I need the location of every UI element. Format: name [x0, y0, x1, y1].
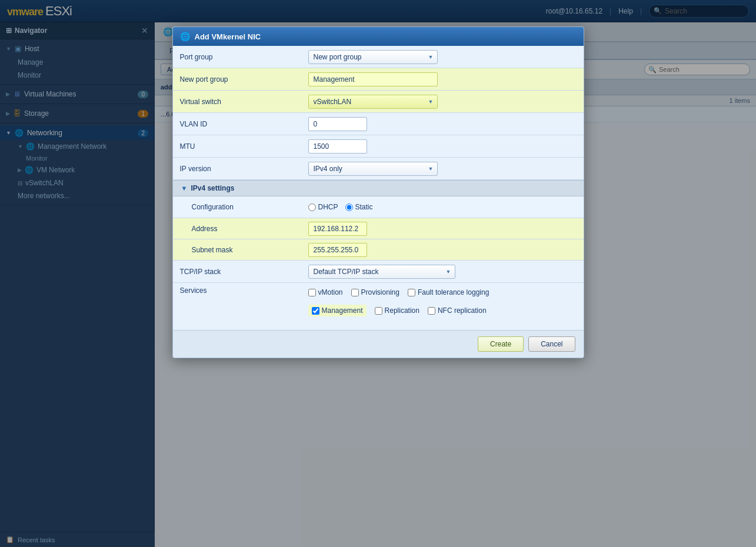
dialog-footer: Create Cancel — [173, 330, 584, 358]
nfc-replication-checkbox[interactable] — [428, 307, 435, 315]
vlan-id-row: VLAN ID — [173, 113, 584, 135]
ip-version-select[interactable]: IPv4 only IPv6 only IPv4 and IPv6 — [308, 162, 438, 176]
dialog-overlay: 🌐 Add VMkernel NIC Port group New port g… — [0, 0, 756, 547]
vlan-id-label: VLAN ID — [173, 116, 302, 132]
vmotion-checkbox-label[interactable]: vMotion — [308, 288, 343, 296]
dialog-body: Port group New port group Existing port … — [173, 46, 584, 330]
provisioning-checkbox-label[interactable]: Provisioning — [351, 288, 399, 296]
services-row1: vMotion Provisioning Fault tolerance log… — [308, 286, 578, 299]
replication-checkbox-label[interactable]: Replication — [375, 306, 419, 315]
new-port-group-input[interactable] — [308, 72, 438, 86]
port-group-select-wrap: New port group Existing port group — [308, 50, 438, 64]
virtual-switch-label: Virtual switch — [173, 94, 302, 109]
virtual-switch-row: Virtual switch vSwitchLAN vSwitch0 — [173, 91, 584, 113]
new-port-group-label: New port group — [173, 72, 302, 87]
management-checkbox-label[interactable]: Management — [308, 305, 367, 316]
dialog-title: Add VMkernel NIC — [195, 32, 261, 41]
dhcp-radio[interactable] — [308, 204, 316, 211]
port-group-control: New port group Existing port group — [302, 47, 584, 67]
vlan-id-control — [302, 114, 584, 134]
port-group-label: Port group — [173, 49, 302, 65]
vlan-id-input[interactable] — [308, 117, 367, 131]
address-row: Address — [173, 218, 584, 239]
tcpip-stack-select[interactable]: Default TCP/IP stack vMotion TCP/IP stac… — [308, 265, 455, 279]
address-control — [302, 219, 584, 239]
tcpip-stack-label: TCP/IP stack — [173, 264, 302, 279]
configuration-label: Configuration — [185, 200, 302, 214]
static-radio-label[interactable]: Static — [345, 203, 373, 211]
configuration-control: DHCP Static — [302, 196, 584, 218]
ipv4-settings-label: IPv4 settings — [191, 184, 234, 192]
management-checkbox[interactable] — [312, 307, 319, 315]
static-radio[interactable] — [345, 204, 353, 211]
fault-tolerance-checkbox[interactable] — [408, 289, 415, 296]
services-row: Services vMotion Provisioning — [173, 283, 584, 330]
new-port-group-row: New port group — [173, 68, 584, 91]
port-group-row: Port group New port group Existing port … — [173, 46, 584, 68]
address-input[interactable] — [308, 222, 367, 236]
address-label: Address — [185, 222, 302, 236]
nfc-replication-checkbox-label[interactable]: NFC replication — [428, 306, 487, 315]
port-group-select[interactable]: New port group Existing port group — [308, 50, 438, 64]
tcpip-stack-control: Default TCP/IP stack vMotion TCP/IP stac… — [302, 262, 584, 282]
mtu-row: MTU — [173, 135, 584, 158]
mtu-control — [302, 136, 584, 156]
subnet-mask-control — [302, 240, 584, 260]
create-button[interactable]: Create — [478, 336, 524, 352]
new-port-group-control — [302, 69, 584, 89]
services-label: Services — [173, 283, 302, 298]
ipv4-collapse-icon: ▼ — [181, 185, 188, 192]
vmotion-checkbox[interactable] — [308, 289, 316, 296]
provisioning-checkbox[interactable] — [351, 289, 359, 296]
tcpip-stack-row: TCP/IP stack Default TCP/IP stack vMotio… — [173, 261, 584, 283]
mtu-label: MTU — [173, 139, 302, 154]
ip-version-row: IP version IPv4 only IPv6 only IPv4 and … — [173, 158, 584, 180]
virtual-switch-control: vSwitchLAN vSwitch0 — [302, 92, 584, 112]
dialog-title-icon: 🌐 — [180, 32, 190, 41]
services-row2: Management Replication NFC replication — [308, 302, 578, 319]
cancel-button[interactable]: Cancel — [528, 336, 575, 352]
ip-version-label: IP version — [173, 161, 302, 176]
ip-version-select-wrap: IPv4 only IPv6 only IPv4 and IPv6 — [308, 162, 438, 176]
ip-version-control: IPv4 only IPv6 only IPv4 and IPv6 — [302, 159, 584, 179]
ipv4-settings-header[interactable]: ▼ IPv4 settings — [173, 180, 584, 196]
services-control: vMotion Provisioning Fault tolerance log… — [302, 283, 584, 322]
tcpip-stack-select-wrap: Default TCP/IP stack vMotion TCP/IP stac… — [308, 265, 455, 279]
subnet-mask-row: Subnet mask — [173, 239, 584, 261]
add-vmkernel-dialog: 🌐 Add VMkernel NIC Port group New port g… — [172, 26, 584, 358]
configuration-row: Configuration DHCP Static — [173, 196, 584, 218]
replication-checkbox[interactable] — [375, 307, 382, 315]
subnet-mask-label: Subnet mask — [185, 243, 302, 257]
subnet-mask-input[interactable] — [308, 243, 367, 257]
dialog-titlebar: 🌐 Add VMkernel NIC — [173, 27, 584, 46]
dhcp-radio-label[interactable]: DHCP — [308, 203, 338, 211]
virtual-switch-select-wrap: vSwitchLAN vSwitch0 — [308, 95, 438, 109]
virtual-switch-select[interactable]: vSwitchLAN vSwitch0 — [308, 95, 438, 109]
mtu-input[interactable] — [308, 139, 367, 154]
fault-tolerance-checkbox-label[interactable]: Fault tolerance logging — [408, 288, 489, 296]
configuration-radio-group: DHCP Static — [308, 199, 578, 215]
